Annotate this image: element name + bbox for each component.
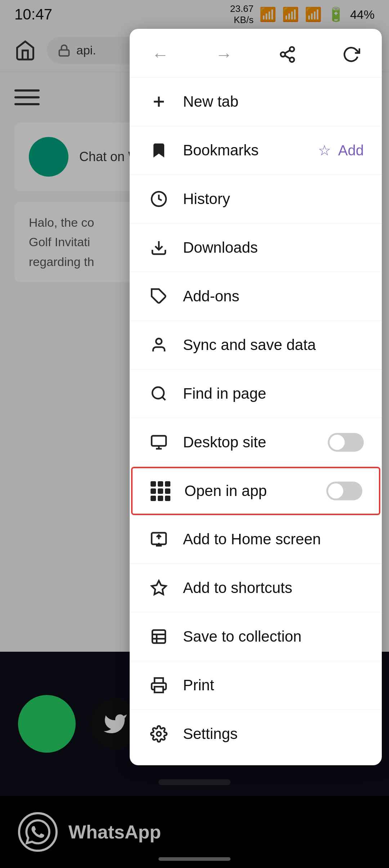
svg-line-4 — [285, 56, 290, 58]
svg-point-1 — [290, 47, 295, 52]
grid-dot — [151, 481, 156, 487]
refresh-icon — [342, 45, 360, 63]
menu-item-bookmarks[interactable]: Bookmarks ☆ Add — [130, 126, 382, 175]
share-icon — [278, 45, 296, 63]
grid-dot — [158, 488, 163, 494]
bookmarks-add-area[interactable]: ☆ Add — [318, 142, 364, 159]
svg-rect-19 — [152, 630, 165, 643]
browser-menu: ← → New tab — [130, 29, 382, 765]
menu-item-add-shortcuts[interactable]: Add to shortcuts — [130, 564, 382, 612]
open-in-app-icon — [149, 480, 171, 502]
svg-point-24 — [157, 732, 161, 736]
bookmark-star-icon: ☆ — [318, 142, 331, 159]
sync-label: Sync and save data — [183, 336, 364, 354]
grid-dot — [165, 488, 170, 494]
menu-item-add-home[interactable]: Add to Home screen — [130, 515, 382, 564]
menu-item-downloads[interactable]: Downloads — [130, 223, 382, 272]
find-label: Find in page — [183, 385, 364, 402]
desktop-site-toggle[interactable] — [328, 433, 364, 452]
svg-point-2 — [281, 52, 286, 57]
sync-icon — [148, 334, 170, 356]
menu-nav-row: ← → — [130, 29, 382, 78]
menu-item-new-tab[interactable]: New tab — [130, 78, 382, 126]
forward-button[interactable]: → — [211, 42, 237, 67]
print-icon — [148, 674, 170, 696]
menu-item-find[interactable]: Find in page — [130, 369, 382, 418]
menu-item-settings[interactable]: Settings — [130, 710, 382, 758]
shortcuts-icon — [148, 577, 170, 599]
downloads-icon — [148, 236, 170, 259]
desktop-label: Desktop site — [183, 434, 315, 451]
grid-dot — [165, 496, 170, 501]
grid-icon — [151, 481, 170, 501]
toggle-knob-app — [328, 483, 343, 499]
refresh-button[interactable] — [339, 42, 364, 67]
settings-label: Settings — [183, 725, 364, 743]
addons-icon — [148, 285, 170, 307]
collection-icon — [148, 625, 170, 648]
history-icon — [148, 188, 170, 210]
grid-dot — [158, 496, 163, 501]
addons-label: Add-ons — [183, 288, 364, 305]
menu-item-open-in-app[interactable]: Open in app — [131, 467, 380, 515]
grid-dot — [165, 481, 170, 487]
grid-dot — [151, 488, 156, 494]
svg-point-11 — [156, 338, 162, 344]
share-button[interactable] — [275, 42, 300, 67]
svg-line-5 — [285, 50, 290, 53]
save-collection-label: Save to collection — [183, 628, 364, 645]
toggle-knob — [330, 435, 345, 450]
menu-item-history[interactable]: History — [130, 175, 382, 223]
desktop-icon — [148, 431, 170, 453]
menu-item-print[interactable]: Print — [130, 661, 382, 710]
open-in-app-toggle[interactable] — [326, 482, 362, 500]
find-icon — [148, 382, 170, 405]
add-home-label: Add to Home screen — [183, 531, 364, 548]
bookmarks-icon — [148, 139, 170, 161]
forward-arrow-icon: → — [215, 45, 233, 65]
svg-point-12 — [152, 387, 164, 399]
bookmark-add-label: Add — [338, 142, 364, 159]
print-label: Print — [183, 677, 364, 694]
open-in-app-label: Open in app — [184, 482, 313, 500]
svg-point-3 — [290, 57, 295, 62]
back-arrow-icon: ← — [152, 45, 169, 65]
settings-icon — [148, 723, 170, 745]
back-button[interactable]: ← — [148, 42, 173, 67]
menu-item-save-collection[interactable]: Save to collection — [130, 612, 382, 661]
add-home-icon — [148, 528, 170, 550]
grid-dot — [151, 496, 156, 501]
bookmarks-label: Bookmarks — [183, 142, 305, 159]
grid-dot — [158, 481, 163, 487]
menu-item-addons[interactable]: Add-ons — [130, 272, 382, 321]
downloads-label: Downloads — [183, 239, 364, 256]
svg-marker-18 — [152, 581, 166, 594]
bottom-handle — [158, 857, 231, 861]
new-tab-icon — [148, 90, 170, 113]
menu-item-sync[interactable]: Sync and save data — [130, 321, 382, 369]
shortcuts-label: Add to shortcuts — [183, 579, 364, 597]
history-label: History — [183, 190, 364, 208]
menu-item-desktop-site[interactable]: Desktop site — [130, 418, 382, 467]
svg-rect-23 — [155, 687, 163, 692]
new-tab-label: New tab — [183, 93, 364, 110]
svg-line-13 — [162, 397, 165, 400]
svg-rect-14 — [152, 436, 166, 446]
